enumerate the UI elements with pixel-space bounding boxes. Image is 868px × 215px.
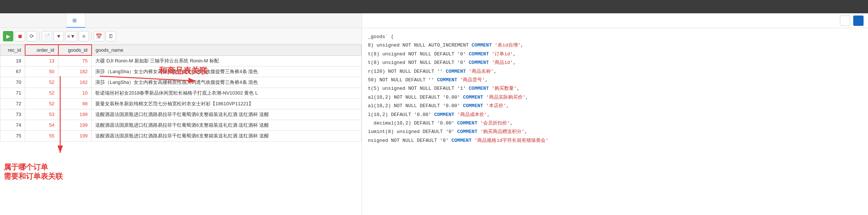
- ddl-line: nsigned NOT NULL DEFAULT '0' COMMENT '商品…: [368, 136, 862, 145]
- table-row: 181375大疆 DJI Ronin-M 新如影 三轴手持云台系统 Ronin-…: [0, 55, 362, 66]
- ddl-line: t(8) unsigned NOT NULL DEFAULT '0' COMME…: [368, 58, 862, 67]
- table-cell: 10: [58, 88, 92, 98]
- table-cell: 199: [58, 109, 92, 120]
- ddl-line: l(10,2) DEFAULT '0.00' COMMENT '商品成本价',: [368, 110, 862, 119]
- table-cell: 199: [58, 130, 92, 141]
- col-header-rec_id: rec_id: [0, 45, 25, 55]
- export-button[interactable]: 📅: [94, 31, 104, 41]
- toolbar: ▶ ⏹ ⟳ 📄 ▼ ≡▼ ≡ 📅 🗓: [0, 28, 362, 44]
- filter-button[interactable]: ▼: [54, 31, 64, 41]
- table-row: 7353199送醒酒器法国原瓶进口红酒路易拉菲干红葡萄酒6支整箱装送礼红酒 送红…: [0, 109, 362, 120]
- table-cell: 送醒酒器法国原瓶进口红酒路易拉菲干红葡萄酒6支整箱装送礼红酒 送红酒杯 送醒: [92, 130, 362, 141]
- table-cell: 浪莎（LangSha）女士内裤女高腰棉质性感大码透气收腹提臀三角裤4条 混色: [92, 77, 362, 88]
- main-container: ⊞ ▶ ⏹ ⟳ 📄 ▼ ≡▼ ≡ 📅 🗓 rec_id: [0, 13, 868, 215]
- table-cell: 54: [25, 120, 58, 130]
- table-cell: 18: [0, 55, 25, 66]
- ddl-line: 50) NOT NULL DEFAULT '' COMMENT '商品货号',: [368, 76, 862, 84]
- data-table: rec_id order_id goods_id goods_name 1813…: [0, 44, 362, 141]
- table-cell: 98: [58, 98, 92, 109]
- left-content-area: rec_id order_id goods_id goods_name 1813…: [0, 44, 362, 215]
- nav-item-events[interactable]: [31, 5, 35, 8]
- table-cell: 67: [0, 66, 25, 77]
- ddl-line: iumint(8) unsigned DEFAULT '0' COMMENT '…: [368, 127, 862, 136]
- new-record-button[interactable]: 📄: [42, 31, 52, 41]
- table-cell: 52: [25, 88, 58, 98]
- top-nav: [0, 0, 868, 13]
- table-cell: 73: [0, 109, 25, 120]
- nav-item-view1[interactable]: [4, 5, 9, 8]
- nav-item-backup[interactable]: [71, 5, 75, 8]
- table-cell: 55: [25, 130, 58, 141]
- ddl-line: t(5) unsigned NOT NULL DEFAULT '1' COMME…: [368, 84, 862, 93]
- table-cell: 浪莎（LangSha）女士内裤女高腰棉质性感大码透气收腹提臀三角裤4条 混色: [92, 66, 362, 77]
- ddl-content[interactable]: _goods` (8) unsigned NOT NULL AUTO_INCRE…: [362, 28, 868, 215]
- table-row: 715210歌诺瑞丝衬衫女2018春季新品休闲宽松长袖格子打底上衣潮-NV103…: [0, 88, 362, 98]
- right-header: [362, 13, 868, 28]
- ddl-line: al(10,2) NOT NULL DEFAULT '0.00' COMMENT…: [368, 102, 862, 110]
- table-tab-icon: ⊞: [72, 17, 77, 23]
- right-panel: _goods` (8) unsigned NOT NULL AUTO_INCRE…: [362, 13, 868, 215]
- info-button[interactable]: [840, 16, 850, 26]
- col-header-order_id: order_id: [25, 45, 58, 55]
- table-cell: 71: [0, 88, 25, 98]
- table-cell: 送醒酒器法国原瓶进口红酒路易拉菲干红葡萄酒6支整箱装送礼红酒 送红酒杯 送醒: [92, 109, 362, 120]
- ddl-line: 8) unsigned NOT NULL AUTO_INCREMENT COMM…: [368, 41, 862, 50]
- import-button[interactable]: 🗓: [106, 31, 116, 41]
- ddl-button[interactable]: [853, 16, 864, 26]
- ddl-line: al(10,2) NOT NULL DEFAULT '0.00' COMMENT…: [368, 93, 862, 102]
- table-cell: 75: [0, 130, 25, 141]
- table-cell: 13: [25, 55, 58, 66]
- table-cell: 72: [0, 98, 25, 109]
- ddl-line: r(120) NOT NULL DEFAULT '' COMMENT '商品名称…: [368, 67, 862, 76]
- table-tab[interactable]: ⊞: [66, 13, 85, 28]
- table-cell: 182: [58, 66, 92, 77]
- table-cell: 74: [0, 120, 25, 130]
- table-cell: 大疆 DJI Ronin-M 新如影 三轴手持云台系统 Ronin-M 标配: [92, 55, 362, 66]
- table-cell: 歌诺瑞丝衬衫女2018春季新品休闲宽松长袖格子打底上衣潮-NV10302 黄色 …: [92, 88, 362, 98]
- table-cell: 茵曼女装秋冬新款纯棉文艺范七分袖宽松衬衣女士衬衫【18610VP11221】: [92, 98, 362, 109]
- table-cell: 199: [58, 120, 92, 130]
- object-panel-tab[interactable]: [0, 13, 66, 28]
- toolbar-sep-2: [91, 32, 92, 40]
- table-row: 7454199送醒酒器法国原瓶进口红酒路易拉菲干红葡萄酒6支整箱装送礼红酒 送红…: [0, 120, 362, 130]
- col-header-goods_name: goods_name: [92, 45, 362, 55]
- nav-item-functions[interactable]: [18, 5, 22, 8]
- table-cell: 送醒酒器法国原瓶进口红酒路易拉菲干红葡萄酒6支整箱装送礼红酒 送红酒杯 送醒: [92, 120, 362, 130]
- nav-item-automation[interactable]: [84, 5, 89, 8]
- table-row: 7052182浪莎（LangSha）女士内裤女高腰棉质性感大码透气收腹提臀三角裤…: [0, 77, 362, 88]
- run-button[interactable]: ▶: [3, 31, 13, 41]
- table-row: 7555199送醒酒器法国原瓶进口红酒路易拉菲干红葡萄酒6支整箱装送礼红酒 送红…: [0, 130, 362, 141]
- table-row: 725298茵曼女装秋冬新款纯棉文艺范七分袖宽松衬衣女士衬衫【18610VP11…: [0, 98, 362, 109]
- left-panel: ⊞ ▶ ⏹ ⟳ 📄 ▼ ≡▼ ≡ 📅 🗓 rec_id: [0, 13, 362, 215]
- toolbar-sep-1: [39, 32, 40, 40]
- ddl-line: t(8) unsigned NOT NULL DEFAULT '0' COMME…: [368, 50, 862, 58]
- ddl-line: decimal(10,2) DEFAULT '0.00' COMMENT '会员…: [368, 119, 862, 127]
- table-cell: 70: [0, 77, 25, 88]
- table-cell: 53: [25, 109, 58, 120]
- refresh-button[interactable]: ⟳: [27, 31, 37, 41]
- table-cell: 50: [25, 66, 58, 77]
- table-cell: 52: [25, 98, 58, 109]
- table-cell: 75: [58, 55, 92, 66]
- table-row: 6750182浪莎（LangSha）女士内裤女高腰棉质性感大码透气收腹提臀三角裤…: [0, 66, 362, 77]
- stop-button[interactable]: ⏹: [15, 31, 25, 41]
- nav-item-users[interactable]: [44, 5, 49, 8]
- ddl-line: _goods` (: [368, 33, 862, 41]
- nav-item-query[interactable]: [58, 5, 62, 8]
- nav-item-view2[interactable]: [859, 5, 864, 8]
- group-button[interactable]: ≡: [79, 31, 89, 41]
- data-table-container[interactable]: rec_id order_id goods_id goods_name 1813…: [0, 44, 362, 215]
- sort-button[interactable]: ≡▼: [65, 31, 77, 41]
- table-cell: 52: [25, 77, 58, 88]
- nav-item-model[interactable]: [98, 5, 102, 8]
- table-cell: 182: [58, 77, 92, 88]
- tab-bar: ⊞: [0, 13, 362, 28]
- col-header-goods_id: goods_id: [58, 45, 92, 55]
